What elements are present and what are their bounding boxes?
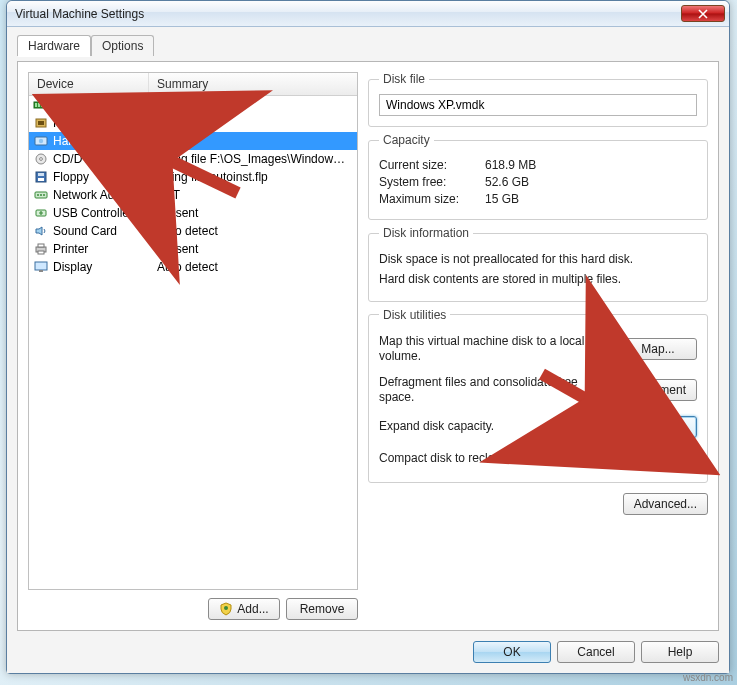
current-size-value: 618.9 MB — [485, 158, 697, 172]
disk-utilities-group: Disk utilities Map this virtual machine … — [368, 308, 708, 483]
map-desc: Map this virtual machine disk to a local… — [379, 334, 611, 365]
help-button[interactable]: Help — [641, 641, 719, 663]
svg-point-24 — [224, 606, 228, 610]
device-row-memory[interactable]: Memory 512 MB — [29, 96, 357, 114]
remove-button-label: Remove — [300, 602, 345, 616]
svg-rect-2 — [38, 103, 40, 107]
cd-icon — [33, 152, 49, 166]
header-summary[interactable]: Summary — [149, 73, 357, 95]
device-label: Display — [53, 260, 92, 274]
right-column: Disk file Capacity Current size: 618.9 M… — [368, 72, 708, 620]
device-list-header: Device Summary — [29, 73, 357, 96]
device-summary: Using file autoinst.flp — [149, 170, 357, 184]
device-summary: Present — [149, 206, 357, 220]
svg-point-10 — [40, 158, 43, 161]
device-row-processors[interactable]: Processors 1 — [29, 114, 357, 132]
device-label: CD/DVD (IDE) — [53, 152, 130, 166]
disk-info-line2: Hard disk contents are stored in multipl… — [379, 271, 697, 288]
device-summary: 1 — [149, 116, 357, 130]
device-row-hard-disk[interactable]: Hard Disk (SCSI) 15 GB — [29, 132, 357, 150]
left-column: Device Summary Memory 512 MB Processors … — [28, 72, 358, 620]
printer-icon — [33, 242, 49, 256]
device-summary: NAT — [149, 188, 357, 202]
advanced-button[interactable]: Advanced... — [623, 493, 708, 515]
window-title: Virtual Machine Settings — [15, 7, 679, 21]
defragment-button[interactable]: Defragment — [612, 379, 697, 401]
disk-file-input[interactable] — [379, 94, 697, 116]
system-free-value: 52.6 GB — [485, 175, 697, 189]
cpu-icon — [33, 116, 49, 130]
maximum-size-label: Maximum size: — [379, 192, 479, 206]
sound-icon — [33, 224, 49, 238]
svg-rect-13 — [38, 178, 44, 181]
device-summary: 512 MB — [149, 98, 357, 112]
display-icon — [33, 260, 49, 274]
device-label: Memory — [53, 98, 96, 112]
device-label: Hard Disk (SCSI) — [53, 134, 145, 148]
device-label: Network Adapter — [53, 188, 142, 202]
device-row-floppy[interactable]: Floppy Using file autoinst.flp — [29, 168, 357, 186]
dialog-footer: OK Cancel Help — [17, 637, 719, 663]
cancel-button[interactable]: Cancel — [557, 641, 635, 663]
svg-rect-20 — [38, 244, 44, 247]
svg-rect-12 — [38, 173, 44, 176]
compact-button[interactable]: Compact — [619, 448, 697, 470]
usb-icon — [33, 206, 49, 220]
disk-info-line1: Disk space is not preallocated for this … — [379, 251, 697, 268]
device-row-usb[interactable]: USB Controller Present — [29, 204, 357, 222]
tab-options[interactable]: Options — [91, 35, 154, 56]
device-list[interactable]: Device Summary Memory 512 MB Processors … — [28, 72, 358, 590]
device-label: USB Controller — [53, 206, 133, 220]
client-area: Hardware Options Device Summary Memory 5… — [7, 27, 729, 673]
svg-point-16 — [40, 194, 42, 196]
settings-window: Virtual Machine Settings Hardware Option… — [6, 0, 730, 674]
device-label: Printer — [53, 242, 88, 256]
advanced-row: Advanced... — [368, 493, 708, 515]
window-close-button[interactable] — [681, 5, 725, 22]
svg-rect-6 — [38, 121, 44, 125]
device-label: Processors — [53, 116, 113, 130]
close-icon — [698, 9, 708, 19]
svg-rect-23 — [39, 270, 43, 272]
shield-add-icon — [219, 602, 233, 616]
svg-rect-21 — [38, 251, 44, 254]
system-free-label: System free: — [379, 175, 479, 189]
expand-button[interactable]: Expand... — [619, 416, 697, 438]
svg-point-15 — [37, 194, 39, 196]
remove-device-button[interactable]: Remove — [286, 598, 358, 620]
current-size-label: Current size: — [379, 158, 479, 172]
capacity-group: Capacity Current size: 618.9 MB System f… — [368, 133, 708, 220]
compact-desc: Compact disk to reclaim unused space. — [379, 451, 611, 467]
svg-rect-3 — [41, 103, 43, 107]
add-device-button[interactable]: Add... — [208, 598, 280, 620]
expand-desc: Expand disk capacity. — [379, 419, 611, 435]
tab-hardware[interactable]: Hardware — [17, 35, 91, 56]
map-button[interactable]: Map... — [619, 338, 697, 360]
capacity-legend: Capacity — [379, 133, 434, 147]
device-row-sound[interactable]: Sound Card Auto detect — [29, 222, 357, 240]
hardware-panel: Device Summary Memory 512 MB Processors … — [17, 61, 719, 631]
device-summary: Using file F:\OS_Images\Windows... — [149, 152, 357, 166]
disk-file-group: Disk file — [368, 72, 708, 127]
hard-disk-icon — [33, 134, 49, 148]
device-row-cddvd[interactable]: CD/DVD (IDE) Using file F:\OS_Images\Win… — [29, 150, 357, 168]
svg-rect-4 — [44, 103, 46, 107]
titlebar: Virtual Machine Settings — [7, 1, 729, 27]
device-row-printer[interactable]: Printer Present — [29, 240, 357, 258]
tabstrip: Hardware Options — [17, 35, 719, 56]
device-label: Sound Card — [53, 224, 117, 238]
defragment-desc: Defragment files and consolidate free sp… — [379, 375, 604, 406]
watermark: wsxdn.com — [683, 672, 733, 683]
svg-point-8 — [39, 139, 43, 143]
memory-icon — [33, 98, 49, 112]
device-row-network[interactable]: Network Adapter NAT — [29, 186, 357, 204]
header-device[interactable]: Device — [29, 73, 149, 95]
device-summary: Auto detect — [149, 260, 357, 274]
svg-point-17 — [43, 194, 45, 196]
device-row-display[interactable]: Display Auto detect — [29, 258, 357, 276]
add-button-label: Add... — [237, 602, 268, 616]
ok-button[interactable]: OK — [473, 641, 551, 663]
disk-info-legend: Disk information — [379, 226, 473, 240]
device-summary: Present — [149, 242, 357, 256]
network-icon — [33, 188, 49, 202]
